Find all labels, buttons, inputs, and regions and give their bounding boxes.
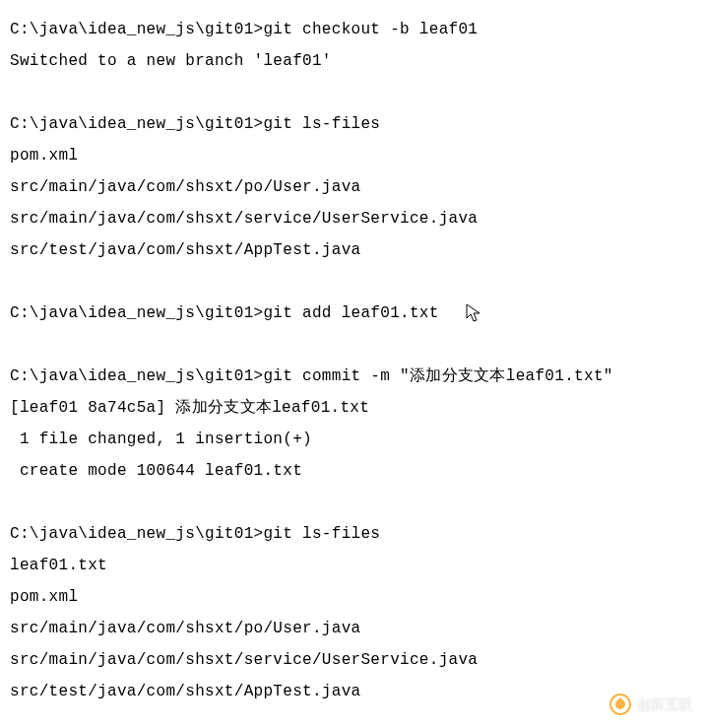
output-line: leaf01.txt bbox=[10, 550, 694, 581]
output-line: src/main/java/com/shsxt/po/User.java bbox=[10, 171, 694, 203]
output-line: Switched to a new branch 'leaf01' bbox=[10, 45, 694, 77]
command-line: C:\java\idea_new_js\git01>git ls-files bbox=[10, 518, 694, 550]
output-line: create mode 100644 leaf01.txt bbox=[10, 455, 694, 487]
blank-line bbox=[10, 329, 694, 361]
command-line: C:\java\idea_new_js\git01>git commit -m … bbox=[10, 361, 694, 392]
blank-line bbox=[10, 266, 694, 298]
command-line: C:\java\idea_new_js\git01>git checkout -… bbox=[10, 14, 694, 45]
output-line: src/test/java/com/shsxt/AppTest.java bbox=[10, 676, 694, 707]
output-line: [leaf01 8a74c5a] 添加分支文本leaf01.txt bbox=[10, 392, 694, 424]
mouse-cursor-icon bbox=[466, 298, 481, 329]
command-line: C:\java\idea_new_js\git01>git add leaf01… bbox=[10, 298, 694, 329]
output-line: src/main/java/com/shsxt/service/UserServ… bbox=[10, 644, 694, 676]
terminal-output: C:\java\idea_new_js\git01>git checkout -… bbox=[10, 14, 694, 707]
output-line: pom.xml bbox=[10, 140, 694, 171]
output-line: src/test/java/com/shsxt/AppTest.java bbox=[10, 234, 694, 266]
output-line: pom.xml bbox=[10, 581, 694, 613]
watermark-logo-icon bbox=[609, 694, 631, 715]
output-line: src/main/java/com/shsxt/po/User.java bbox=[10, 613, 694, 644]
output-line: src/main/java/com/shsxt/service/UserServ… bbox=[10, 203, 694, 234]
output-line: 1 file changed, 1 insertion(+) bbox=[10, 424, 694, 455]
blank-line bbox=[10, 487, 694, 518]
watermark-text: 创新互联 bbox=[637, 691, 692, 718]
watermark: 创新互联 bbox=[609, 691, 692, 718]
command-line: C:\java\idea_new_js\git01>git ls-files bbox=[10, 108, 694, 140]
blank-line bbox=[10, 77, 694, 108]
